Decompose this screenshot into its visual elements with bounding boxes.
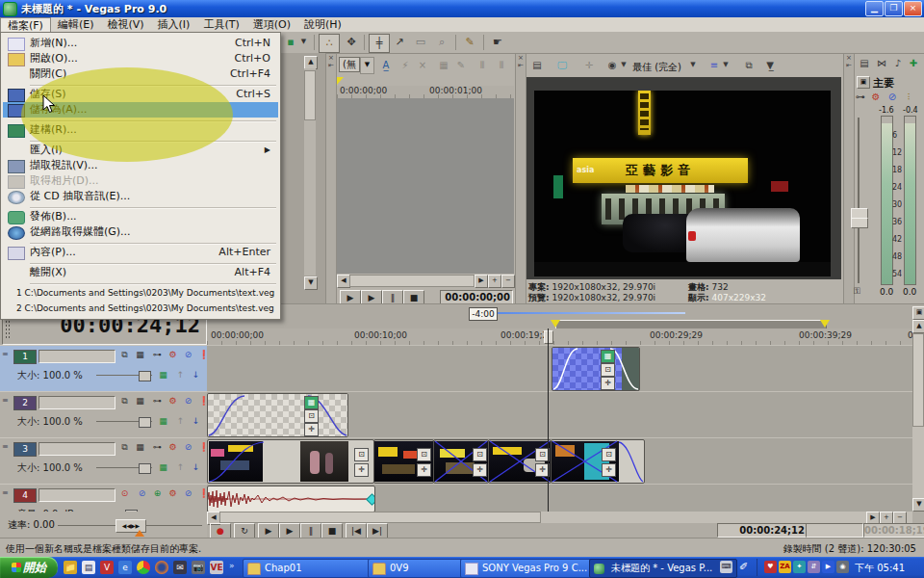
whats-this-help-icon[interactable]: ☛	[488, 34, 507, 51]
layers-icon[interactable]: ▦	[133, 441, 147, 455]
event-crop-icon[interactable]: ⊡	[602, 448, 616, 461]
timeline-v-scrollbar[interactable]: ▣ ▲ ▼	[912, 306, 924, 512]
track-grip[interactable]: ≡	[2, 350, 12, 386]
mute-icon[interactable]: ⊘	[181, 349, 195, 362]
media-generator-icon[interactable]: ▪	[281, 34, 300, 51]
menu-item-import[interactable]: 匯入(I)▶	[3, 143, 278, 158]
event-crop-icon[interactable]: ⊡	[417, 448, 431, 461]
make-parent-icon[interactable]: ↑	[173, 369, 188, 382]
menu-help[interactable]: 說明(H)	[297, 17, 348, 32]
solo-icon[interactable]: ❗	[196, 349, 211, 362]
track-param-value[interactable]: 100.0 %	[43, 370, 83, 381]
ie-icon[interactable]: e	[118, 561, 132, 574]
create-subclip-icon[interactable]: ⚡	[397, 58, 414, 73]
menu-item-open[interactable]: 開啟(O)...Ctrl+O	[3, 51, 278, 66]
camera-icon[interactable]: 📷	[192, 561, 205, 574]
pan-dropdown-icon[interactable]: ⊕	[150, 487, 165, 501]
compositing-mode-icon[interactable]: ⧉	[117, 349, 132, 362]
mute-icon[interactable]: ⊘	[181, 395, 195, 408]
record-arm-icon[interactable]: ⊙	[117, 487, 132, 501]
mixer-properties-icon[interactable]: ▤	[856, 56, 873, 71]
automation-settings-icon[interactable]: ⊶	[150, 349, 165, 362]
event-pan-icon[interactable]: ✛	[601, 377, 615, 390]
tray-icon-zonealarm[interactable]: ZA	[779, 561, 791, 573]
make-child-icon[interactable]: ↓	[189, 461, 203, 475]
menu-item-render-as[interactable]: 建構(R)...	[3, 122, 278, 138]
menu-item-new[interactable]: 新增(N)...Ctrl+N	[3, 36, 278, 51]
rate-reset-marker[interactable]	[135, 530, 144, 537]
event-crop-icon[interactable]: ⊡	[354, 448, 369, 461]
minimize-button[interactable]: ▁	[865, 1, 884, 16]
menu-item-close[interactable]: 關閉(C)Ctrl+F4	[3, 66, 278, 82]
document-icon[interactable]: ▤	[82, 561, 95, 574]
folder-icon[interactable]: 📁	[64, 561, 77, 574]
make-child-icon[interactable]: ↓	[189, 415, 203, 429]
level-slider-handle[interactable]	[139, 463, 151, 474]
save-markers-icon[interactable]: ▦	[435, 58, 452, 73]
track-header-4[interactable]: ≡ 4 ⊙ ⊘ ⊕ ⚙ ⊘ ❗ 音量: 0.0 dB	[0, 484, 207, 513]
video-event-3[interactable]: ⊡ ✛	[433, 439, 489, 484]
right-arrow-icon[interactable]: ▶	[475, 275, 488, 288]
selection-length-display[interactable]	[806, 523, 863, 538]
track-fx-icon[interactable]: ⚙	[166, 349, 180, 362]
tray-icon-utility[interactable]: ✦	[793, 561, 806, 573]
video-event-2[interactable]: ⊡ ✛	[373, 439, 434, 484]
video-frame[interactable]: 亞藝影音 asia	[534, 91, 831, 276]
minimize-track-height-icon[interactable]: ▣	[912, 306, 924, 320]
track-fx-icon[interactable]: ⚙	[166, 441, 180, 455]
insert-bus-icon[interactable]: ✚	[905, 56, 922, 71]
menu-item-get-photo[interactable]: 取得相片(D)...	[3, 173, 278, 189]
event-pan-icon[interactable]: ✛	[354, 463, 369, 477]
event-pan-icon[interactable]: ✛	[417, 463, 431, 477]
video-event-5[interactable]: ⊡ ✛	[551, 439, 645, 484]
playhead-handle[interactable]	[544, 330, 553, 344]
track-motion-icon[interactable]: ▦	[156, 461, 170, 475]
chevron-down-icon[interactable]: ▼	[619, 58, 629, 73]
track-fx-icon[interactable]: ⚙	[166, 487, 180, 501]
track-motion-icon[interactable]: ▦	[156, 369, 170, 382]
event-crop-icon[interactable]: ⊡	[473, 448, 487, 461]
automation-settings-icon[interactable]: ⊶	[150, 395, 165, 408]
level-slider-handle[interactable]	[139, 417, 151, 428]
normal-edit-tool-icon[interactable]: ╪	[369, 34, 390, 53]
track-header-2[interactable]: ≡ 2 ⧉ ▦ ⊶ ⚙ ⊘ ❗ 大小: 100.0 % ▦ ↑ ↓	[0, 391, 207, 438]
track-lane-1[interactable]: ▦ ⊡ ✛	[207, 345, 912, 392]
solo-icon[interactable]: ❗	[196, 395, 211, 408]
lock-fader-icon[interactable]: ⚿	[854, 286, 860, 297]
solo-icon[interactable]: ⫶	[902, 90, 915, 105]
track-fx-icon[interactable]: ⚙	[166, 395, 180, 408]
save-snapshot-icon[interactable]: ▼̲	[761, 58, 779, 73]
trimmer-ruler[interactable]: 0:00:00;00 00:00:01;00	[337, 86, 514, 99]
title-bar[interactable]: 未標題的 * - Vegas Pro 9.0 ▁ ❐ ×	[0, 0, 924, 17]
track-param-value[interactable]: 100.0 %	[43, 416, 83, 427]
mute-icon[interactable]: ⊘	[181, 487, 195, 501]
event-crop-icon[interactable]: ⊡	[304, 409, 319, 423]
menu-file[interactable]: 檔案(F)	[0, 17, 51, 33]
downmix-output-icon[interactable]: ⋈	[873, 56, 890, 71]
track-header-3[interactable]: ≡ 3 ⧉ ▦ ⊶ ⚙ ⊘ ❗ 大小: 100.0 % ▦ ↑ ↓	[0, 437, 207, 485]
menu-item-properties[interactable]: 內容(P)...Alt+Enter	[3, 245, 278, 260]
scroll-down-icon[interactable]: ▼	[304, 276, 318, 290]
invert-phase-icon[interactable]: ⊘	[135, 487, 149, 501]
tray-icon-antivirus[interactable]: ♥	[764, 561, 777, 573]
keyboard-layout-icon[interactable]: ⌨	[720, 561, 732, 573]
layers-icon[interactable]: ▦	[133, 349, 147, 362]
chevron-down-icon[interactable]: ▼	[688, 58, 698, 73]
chevron-down-icon[interactable]: ▼	[360, 57, 374, 74]
envelope-edit-tool-icon[interactable]: ↗	[390, 34, 409, 51]
level-slider-handle[interactable]	[139, 371, 151, 381]
quicklaunch-overflow-icon[interactable]: »	[229, 561, 235, 570]
bus-fx-icon[interactable]: ⚙	[869, 90, 883, 105]
media-generator-dropdown-icon[interactable]: ▼	[298, 34, 309, 51]
track-name-field[interactable]	[38, 350, 116, 363]
solo-icon[interactable]: ❗	[196, 487, 207, 501]
video-event-title[interactable]: ▦ ⊡ ✛	[207, 393, 348, 437]
automation-settings-icon[interactable]: ⊶	[854, 90, 867, 105]
track-motion-icon[interactable]: ▦	[156, 415, 170, 429]
marker-label[interactable]: -4:00	[469, 307, 498, 321]
scroll-up-icon[interactable]: ▲	[304, 56, 318, 69]
menu-item-get-media-web[interactable]: 從網路取得媒體(G)...	[3, 224, 278, 240]
mark-in-icon[interactable]: ⫴	[474, 58, 491, 73]
preview-grip[interactable]: ×⇤	[516, 54, 526, 304]
trimmer-take-combo[interactable]: (無▼	[339, 57, 374, 74]
